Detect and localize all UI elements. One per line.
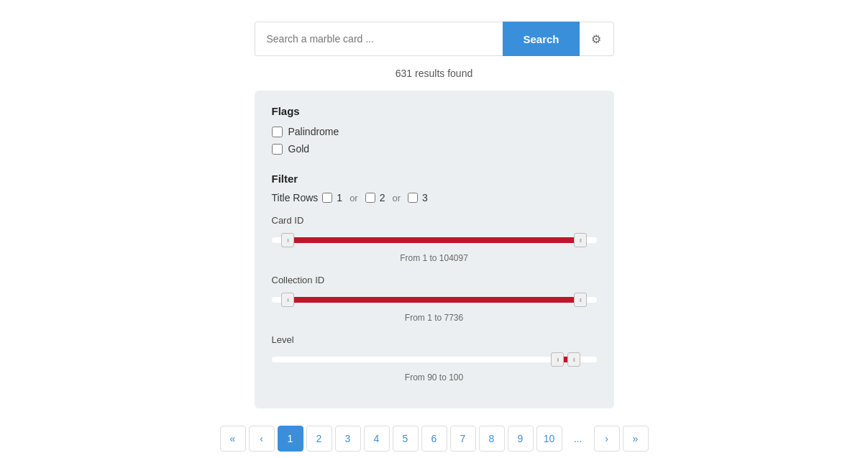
- pagination-page-2[interactable]: 2: [306, 426, 332, 452]
- level-thumb-right[interactable]: [567, 352, 580, 367]
- card-id-thumb-left[interactable]: [281, 233, 294, 247]
- title-rows-label: Title Rows: [272, 192, 319, 203]
- search-input[interactable]: [255, 22, 503, 56]
- results-count: 631 results found: [396, 68, 472, 79]
- collection-id-range-hint: From 1 to 7736: [272, 313, 597, 323]
- collection-id-slider[interactable]: [272, 290, 597, 310]
- level-slider[interactable]: [272, 349, 597, 370]
- collection-id-thumb-right[interactable]: [574, 293, 587, 307]
- gold-row: Gold: [272, 143, 597, 155]
- search-button[interactable]: Search: [503, 22, 579, 56]
- title-rows-row: Title Rows 1 or 2 or 3: [272, 192, 597, 203]
- card-id-section: Card ID From 1 to 104097: [272, 215, 597, 263]
- collection-id-section: Collection ID From 1 to 7736: [272, 275, 597, 323]
- gold-label: Gold: [288, 143, 310, 155]
- or-label-1: or: [350, 193, 358, 203]
- search-bar: Search ⚙: [255, 22, 614, 56]
- palindrome-checkbox[interactable]: [272, 127, 283, 137]
- level-thumb-left[interactable]: [551, 352, 564, 367]
- settings-button[interactable]: ⚙: [580, 22, 614, 56]
- card-id-label: Card ID: [272, 215, 597, 226]
- card-id-fill: [288, 237, 580, 243]
- pagination-page-4[interactable]: 4: [364, 426, 390, 452]
- title-rows-2-checkbox[interactable]: [365, 193, 375, 203]
- card-id-slider[interactable]: [272, 230, 597, 250]
- level-section: Level From 90 to 100: [272, 334, 597, 383]
- card-id-range-hint: From 1 to 104097: [272, 253, 597, 263]
- filter-panel: Flags Palindrome Gold Filter Title Rows …: [255, 91, 614, 408]
- pagination-page-1[interactable]: 1: [278, 426, 303, 452]
- collection-id-label: Collection ID: [272, 275, 597, 285]
- pagination-first[interactable]: «: [220, 426, 246, 452]
- title-rows-3-label: 3: [422, 192, 428, 203]
- pagination-page-8[interactable]: 8: [479, 426, 505, 452]
- title-rows-1-checkbox[interactable]: [322, 193, 332, 203]
- settings-icon: ⚙: [591, 32, 601, 46]
- title-rows-2-label: 2: [380, 192, 385, 203]
- pagination-page-7[interactable]: 7: [450, 426, 476, 452]
- pagination-prev[interactable]: ‹: [249, 426, 275, 452]
- filter-title: Filter: [272, 173, 597, 185]
- level-label: Level: [272, 334, 597, 345]
- pagination-page-5[interactable]: 5: [393, 426, 419, 452]
- gold-checkbox[interactable]: [272, 144, 283, 155]
- pagination-page-9[interactable]: 9: [508, 426, 534, 452]
- card-id-track: [272, 237, 597, 243]
- pagination-page-10[interactable]: 10: [536, 426, 562, 452]
- collection-id-track: [272, 297, 597, 303]
- pagination-page-6[interactable]: 6: [421, 426, 447, 452]
- pagination-last[interactable]: »: [623, 426, 649, 452]
- title-rows-3-checkbox[interactable]: [408, 193, 418, 203]
- palindrome-row: Palindrome: [272, 126, 597, 137]
- pagination: « ‹ 1 2 3 4 5 6 7 8 9 10 ... › »: [220, 426, 649, 452]
- pagination-page-3[interactable]: 3: [335, 426, 361, 452]
- title-rows-1-label: 1: [337, 192, 342, 203]
- pagination-ellipsis: ...: [565, 426, 591, 452]
- level-range-hint: From 90 to 100: [272, 372, 597, 383]
- collection-id-thumb-left[interactable]: [281, 293, 294, 307]
- or-label-2: or: [392, 193, 401, 203]
- card-id-thumb-right[interactable]: [574, 233, 587, 247]
- level-track: [272, 357, 597, 362]
- collection-id-fill: [288, 297, 580, 303]
- pagination-next[interactable]: ›: [594, 426, 620, 452]
- flags-title: Flags: [272, 105, 597, 117]
- palindrome-label: Palindrome: [288, 126, 339, 137]
